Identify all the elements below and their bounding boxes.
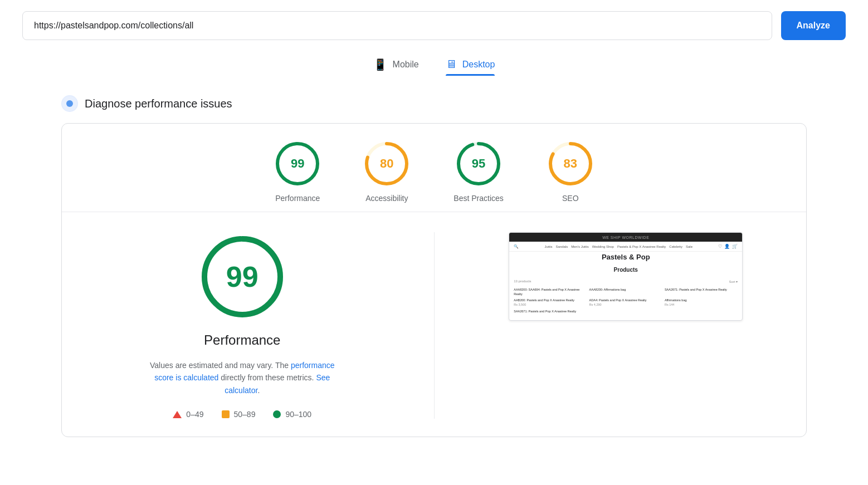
legend-orange-icon <box>222 410 230 418</box>
score-item-best-practices: 95 Best Practices <box>453 141 503 203</box>
score-circle-performance: 99 <box>275 141 320 186</box>
screenshot-logo: Pastels & Pop <box>509 252 742 262</box>
legend-red-label: 0–49 <box>186 410 203 419</box>
user-icon: 👤 <box>724 244 730 249</box>
diagnose-icon <box>61 95 78 112</box>
vertical-divider <box>434 232 435 419</box>
desktop-icon: 🖥 <box>446 58 457 71</box>
score-label-accessibility: Accessibility <box>365 194 408 203</box>
screenshot-meta-row: 13 products Sort ▾ <box>514 280 738 286</box>
score-label-best-practices: Best Practices <box>453 194 503 203</box>
detail-desc: Values are estimated and may vary. The p… <box>148 359 337 396</box>
screenshot-product: AAB200: Pastels and Pop X Anastree Realt… <box>514 298 587 307</box>
scores-row: 99 Performance 80 Accessibility 95 Best … <box>84 141 784 203</box>
tab-mobile[interactable]: 📱 Mobile <box>373 58 419 82</box>
screenshot-product: ADA4: Pastels and Pop X Anastree Realty … <box>589 298 662 307</box>
legend-green: 90–100 <box>273 410 311 419</box>
big-score-circle: 99 <box>198 232 287 321</box>
section-title: Diagnose performance issues <box>85 97 232 110</box>
score-item-performance: 99 Performance <box>275 141 320 203</box>
screenshot-product: SAA2671: Pastels and Pop X Anastree Real… <box>514 310 587 314</box>
screenshot-topbar: WE SHIP WORLDWIDE <box>509 233 742 242</box>
mobile-icon: 📱 <box>373 58 387 71</box>
tab-bar: 📱 Mobile 🖥 Desktop <box>0 51 868 82</box>
detail-section: 99 Performance Values are estimated and … <box>84 221 784 419</box>
score-circle-accessibility: 80 <box>364 141 409 186</box>
screenshot-page-title: Products <box>509 262 742 277</box>
legend-orange-label: 50–89 <box>234 410 256 419</box>
top-bar: Analyze <box>0 0 868 51</box>
big-score-number: 99 <box>226 260 259 293</box>
tab-mobile-label: Mobile <box>393 60 419 70</box>
detail-desc-plain: Values are estimated and may vary. The <box>150 361 291 370</box>
screenshot-products-grid: AAA8200: SAA694: Pastels and Pop X Anast… <box>514 288 738 313</box>
legend-green-icon <box>273 410 281 418</box>
screenshot-product: Affirmations bag Rs 144 <box>665 298 738 307</box>
screenshot-content: 13 products Sort ▾ AAA8200: SAA694: Past… <box>509 277 742 320</box>
scores-card: 99 Performance 80 Accessibility 95 Best … <box>61 123 807 437</box>
score-item-accessibility: 80 Accessibility <box>364 141 409 203</box>
legend-orange: 50–89 <box>222 410 256 419</box>
score-item-seo: 83 SEO <box>548 141 593 203</box>
detail-desc-end: . <box>257 386 260 395</box>
score-circle-best-practices: 95 <box>456 141 501 186</box>
score-number-seo: 83 <box>564 156 577 171</box>
legend-red-icon <box>173 411 182 418</box>
tab-desktop-label: Desktop <box>462 60 495 70</box>
legend-row: 0–49 50–89 90–100 <box>173 410 311 419</box>
url-input[interactable] <box>22 11 772 40</box>
tab-mobile-underline <box>373 75 419 76</box>
screenshot-frame: WE SHIP WORLDWIDE 🔍 Juttis Sandals Men's… <box>509 232 743 321</box>
score-number-best-practices: 95 <box>472 156 485 171</box>
screenshot-product: AAA8200: SAA694: Pastels and Pop X Anast… <box>514 288 587 296</box>
card-divider <box>62 212 806 212</box>
detail-desc-mid: directly from these metrics. <box>218 373 316 382</box>
cart-icon: 🛒 <box>732 244 738 249</box>
screenshot-nav-links: Juttis Sandals Men's Juttis Wedding Shop… <box>544 245 693 248</box>
score-circle-seo: 83 <box>548 141 593 186</box>
legend-green-label: 90–100 <box>285 410 311 419</box>
screenshot-product: AAA8200: Affirmations bag <box>589 288 662 296</box>
score-label-performance: Performance <box>275 194 320 203</box>
detail-title: Performance <box>204 332 280 348</box>
tab-desktop-underline <box>446 74 495 76</box>
screenshot-product: SAA2671: Pastels and Pop X Anastree Real… <box>665 288 738 296</box>
screenshot-nav-icons: ♡ 👤 🛒 <box>718 244 738 249</box>
score-number-accessibility: 80 <box>380 156 393 171</box>
legend-red: 0–49 <box>173 410 203 419</box>
screenshot-container: WE SHIP WORLDWIDE 🔍 Juttis Sandals Men's… <box>468 232 784 321</box>
screenshot-topbar-text: WE SHIP WORLDWIDE <box>602 236 649 239</box>
screenshot-sort-label: Sort ▾ <box>729 280 738 283</box>
tab-desktop[interactable]: 🖥 Desktop <box>446 58 495 82</box>
screenshot-products-count: 13 products <box>514 280 531 283</box>
heart-icon: ♡ <box>718 244 722 249</box>
analyze-button[interactable]: Analyze <box>781 11 846 40</box>
section-header: Diagnose performance issues <box>0 86 868 121</box>
score-number-performance: 99 <box>291 156 304 171</box>
detail-left: 99 Performance Values are estimated and … <box>84 232 401 419</box>
screenshot-nav: 🔍 Juttis Sandals Men's Juttis Wedding Sh… <box>509 242 742 252</box>
score-label-seo: SEO <box>562 194 579 203</box>
